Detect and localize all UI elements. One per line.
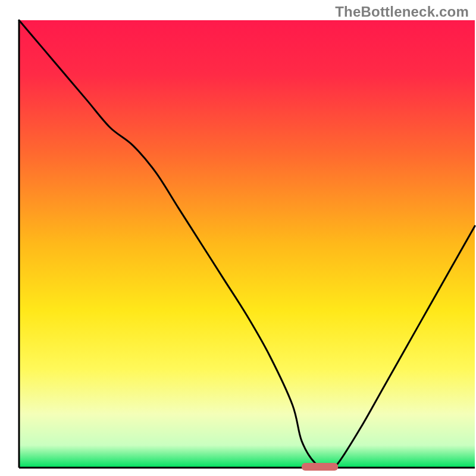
bottleneck-chart xyxy=(0,0,476,476)
optimal-marker xyxy=(302,463,338,471)
plot-background xyxy=(19,20,475,468)
chart-container: TheBottleneck.com xyxy=(0,0,476,476)
